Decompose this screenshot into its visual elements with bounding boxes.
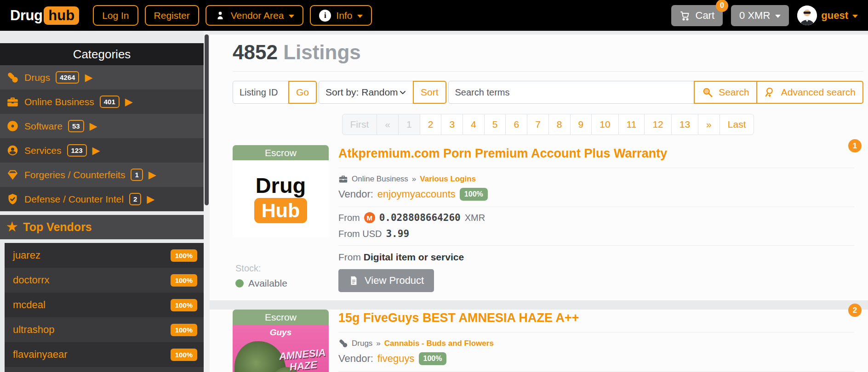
listing-card: 2 Escrow Guys AMNESIA HAZE 15g FiveGuys … <box>233 310 854 372</box>
search-icon <box>702 86 714 98</box>
register-button[interactable]: Register <box>145 5 199 26</box>
main-content: 4852 Listings Go Sort by: Random Sort Se… <box>210 34 868 372</box>
sidebar-item-defense[interactable]: Defense / Counter Intel 2 <box>0 187 204 211</box>
page-4[interactable]: 4 <box>463 114 485 135</box>
listing-category-line: Online Business » Various Logins <box>338 174 854 184</box>
page-7[interactable]: 7 <box>527 114 549 135</box>
pills-icon <box>6 71 19 84</box>
listing-image[interactable]: Drug Hub <box>233 160 329 237</box>
document-icon <box>348 276 359 286</box>
stock-value: Available <box>248 278 287 289</box>
listing-index-badge: 2 <box>848 304 862 317</box>
balance-dropdown[interactable]: 0 XMR <box>731 5 789 26</box>
page-5[interactable]: 5 <box>484 114 506 135</box>
logo-text-hub: hub <box>44 6 79 25</box>
listing-image[interactable]: Guys AMNESIA HAZE <box>233 325 329 372</box>
vendor-link[interactable]: fiveguys <box>377 353 415 365</box>
search-button[interactable]: Search <box>694 81 757 104</box>
vendor-rating-badge: 100% <box>171 349 197 361</box>
cart-button[interactable]: Cart 0 <box>671 5 723 26</box>
sort-by-select[interactable]: Sort by: Random <box>319 81 413 104</box>
page-last[interactable]: Last <box>720 114 754 135</box>
listing-media-column: Escrow Guys AMNESIA HAZE <box>233 310 329 372</box>
sidebar-item-services[interactable]: Services 123 <box>0 138 204 163</box>
expand-arrow-icon[interactable] <box>147 194 154 204</box>
subcategory-name[interactable]: Cannabis - Buds and Flowers <box>384 339 494 348</box>
vendor-row[interactable] <box>5 367 204 372</box>
search-terms-input[interactable] <box>448 81 695 104</box>
expand-arrow-icon[interactable] <box>85 73 92 83</box>
listing-title[interactable]: 15g FiveGuys BEST AMNESIA HAZE A++ <box>338 310 854 332</box>
top-vendors-title: Top Vendors <box>23 220 92 234</box>
escrow-badge: Escrow <box>233 145 329 160</box>
page-13[interactable]: 13 <box>671 114 698 135</box>
xmr-price-line: From 0.028808664260 XMR <box>338 212 854 223</box>
sidebar-scrollbar[interactable] <box>204 31 210 372</box>
view-product-button[interactable]: View Product <box>338 269 434 292</box>
page-9[interactable]: 9 <box>570 114 592 135</box>
vendor-rating-badge: 100% <box>460 188 488 201</box>
vendor-row[interactable]: ultrashop 100% <box>5 317 204 342</box>
breadcrumb-separator: » <box>376 339 380 348</box>
info-dropdown[interactable]: Info <box>310 5 372 26</box>
page-next[interactable]: » <box>698 114 720 135</box>
listing-category-line: Drugs » Cannabis - Buds and Flowers <box>338 338 854 348</box>
sidebar-item-forgeries[interactable]: Forgeries / Counterfeits 1 <box>0 163 204 187</box>
advanced-search-button[interactable]: Advanced search <box>756 81 863 104</box>
chevron-down-icon <box>775 15 781 18</box>
logo-text-drug: Drug <box>10 7 42 24</box>
vendor-label: Vendor: <box>338 353 373 365</box>
top-vendors-list: juarez 100% doctorrx 100% mcdeal 100% ul… <box>5 243 204 372</box>
page-6[interactable]: 6 <box>505 114 527 135</box>
page-3[interactable]: 3 <box>441 114 463 135</box>
listing-title[interactable]: Atkpremium.com Porn Premium Account Plus… <box>338 145 854 168</box>
vendor-row[interactable]: doctorrx 100% <box>5 268 204 293</box>
cart-count-badge: 0 <box>716 0 728 12</box>
search-label: Search <box>719 87 749 98</box>
shield-check-icon <box>6 193 19 205</box>
sidebar-item-software[interactable]: Software 53 <box>0 114 204 138</box>
expand-arrow-icon[interactable] <box>90 121 97 131</box>
site-logo[interactable]: Drug hub <box>10 6 79 25</box>
category-name[interactable]: Online Business <box>352 175 408 184</box>
vendor-row[interactable]: mcdeal 100% <box>5 293 204 317</box>
page-12[interactable]: 12 <box>644 114 671 135</box>
vendor-area-label: Vendor Area <box>231 10 284 21</box>
stock-block: Stock: Available <box>233 263 329 289</box>
vendor-rating-badge: 100% <box>171 274 197 287</box>
vendor-link[interactable]: enjoymyaccounts <box>377 188 456 200</box>
expand-arrow-icon[interactable] <box>148 170 156 180</box>
subcategory-name[interactable]: Various Logins <box>420 175 476 184</box>
page-prev: « <box>377 114 399 135</box>
expand-arrow-icon[interactable] <box>92 146 100 156</box>
page-2[interactable]: 2 <box>420 114 442 135</box>
login-button[interactable]: Log In <box>93 5 138 26</box>
page-8[interactable]: 8 <box>548 114 571 135</box>
sort-button[interactable]: Sort <box>413 81 446 104</box>
listing-id-input[interactable] <box>233 81 289 104</box>
go-button[interactable]: Go <box>288 81 317 104</box>
go-label: Go <box>296 87 309 98</box>
vendor-row[interactable]: flavainyaear 100% <box>5 342 204 367</box>
page-10[interactable]: 10 <box>591 114 618 135</box>
divider <box>338 245 854 246</box>
user-menu[interactable]: guest <box>797 6 858 25</box>
vendor-name: ultrashop <box>13 324 55 336</box>
sidebar-item-drugs[interactable]: Drugs 4264 <box>0 65 204 90</box>
category-name[interactable]: Drugs <box>352 339 372 348</box>
vendor-rating-badge: 100% <box>171 324 197 336</box>
listings-count-suffix: Listings <box>283 41 361 63</box>
vendor-area-dropdown[interactable]: Vendor Area <box>206 5 304 26</box>
category-count-badge: 401 <box>100 96 120 108</box>
expand-arrow-icon[interactable] <box>125 97 133 107</box>
vendor-rating-badge: 100% <box>171 299 197 311</box>
pills-icon <box>338 338 348 348</box>
category-count-badge: 1 <box>131 169 143 181</box>
sort-label: Sort <box>421 87 439 98</box>
sidebar-item-online-business[interactable]: Online Business 401 <box>0 90 204 114</box>
scrollbar-thumb[interactable] <box>205 34 209 205</box>
pagination: First « 1 2 3 4 5 6 7 8 9 10 11 12 13 » … <box>233 114 863 135</box>
vendor-row[interactable]: juarez 100% <box>5 243 204 268</box>
chevron-down-icon <box>357 15 363 18</box>
page-11[interactable]: 11 <box>618 114 645 135</box>
